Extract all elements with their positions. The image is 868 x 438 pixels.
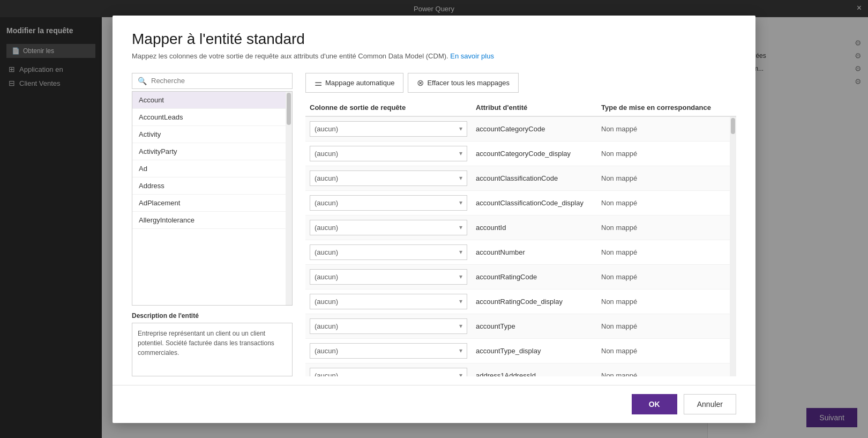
mapping-row: (aucun) ▾ address1AddressId Non mappé xyxy=(305,363,736,376)
mapping-select-10[interactable]: (aucun) ▾ xyxy=(310,368,467,376)
mapping-select-8[interactable]: (aucun) ▾ xyxy=(310,318,467,334)
select-value: (aucun) xyxy=(315,150,338,158)
modal-title: Mapper à l'entité standard xyxy=(132,31,736,48)
select-value: (aucun) xyxy=(315,322,338,330)
attr-1: accountCategoryCode_display xyxy=(472,150,597,158)
type-4: Non mappé xyxy=(597,224,736,232)
type-7: Non mappé xyxy=(597,298,736,306)
cancel-button[interactable]: Annuler xyxy=(684,394,736,414)
attr-0: accountCategoryCode xyxy=(472,125,597,133)
list-scrollbar[interactable] xyxy=(286,92,292,305)
select-value: (aucun) xyxy=(315,199,338,207)
search-box[interactable]: 🔍 xyxy=(132,73,293,89)
mapping-toolbar: ⚌ Mappage automatique ⊗ Effacer tous les… xyxy=(305,73,736,93)
modal-body: 🔍 Account AccountLeads Activity Activity… xyxy=(113,64,755,385)
type-2: Non mappé xyxy=(597,174,736,182)
select-value: (aucun) xyxy=(315,224,338,232)
entity-item-ad[interactable]: Ad xyxy=(132,160,292,177)
mapping-select-1[interactable]: (aucun) ▾ xyxy=(310,146,467,161)
list-panel: 🔍 Account AccountLeads Activity Activity… xyxy=(132,73,293,376)
mapping-row: (aucun) ▾ accountId Non mappé xyxy=(305,216,736,240)
mapping-select-4[interactable]: (aucun) ▾ xyxy=(310,220,467,235)
auto-map-button[interactable]: ⚌ Mappage automatique xyxy=(305,73,403,93)
mapping-row: (aucun) ▾ accountRatingCode Non mappé xyxy=(305,265,736,289)
entity-item-activity[interactable]: Activity xyxy=(132,126,292,143)
modal-footer: OK Annuler xyxy=(113,385,755,423)
modal-overlay: Mapper à l'entité standard Mappez les co… xyxy=(0,0,868,438)
mapping-row: (aucun) ▾ accountRatingCode_display Non … xyxy=(305,289,736,314)
clear-icon: ⊗ xyxy=(417,78,424,88)
attr-8: accountType xyxy=(472,322,597,330)
auto-map-label: Mappage automatique xyxy=(325,79,394,87)
mapping-rows-container: (aucun) ▾ accountCategoryCode Non mappé … xyxy=(305,117,736,376)
entity-item-activityparty[interactable]: ActivityParty xyxy=(132,143,292,160)
entity-description-section: Description de l'entité Entreprise repré… xyxy=(132,312,293,376)
select-value: (aucun) xyxy=(315,248,338,256)
mapping-select-6[interactable]: (aucun) ▾ xyxy=(310,269,467,285)
mapping-row: (aucun) ▾ accountClassificationCode Non … xyxy=(305,166,736,191)
modal-subtitle: Mappez les colonnes de votre sortie de r… xyxy=(132,52,736,60)
select-value: (aucun) xyxy=(315,273,338,281)
col-header-type: Type de mise en correspondance xyxy=(597,103,736,112)
ok-button[interactable]: OK xyxy=(632,394,677,414)
type-5: Non mappé xyxy=(597,248,736,256)
type-0: Non mappé xyxy=(597,125,736,133)
list-scrollbar-thumb xyxy=(287,93,291,125)
entity-desc-label: Description de l'entité xyxy=(132,312,293,320)
mapping-select-5[interactable]: (aucun) ▾ xyxy=(310,244,467,260)
type-3: Non mappé xyxy=(597,199,736,207)
entity-desc-text: Entreprise représentant un client ou un … xyxy=(132,323,293,376)
entity-item-account[interactable]: Account xyxy=(132,92,292,109)
attr-7: accountRatingCode_display xyxy=(472,298,597,306)
entity-item-allergyintolerance[interactable]: AllergyIntolerance xyxy=(132,212,292,229)
mapping-scrollbar-thumb xyxy=(731,118,735,134)
chevron-down-icon: ▾ xyxy=(459,248,462,256)
entity-item-accountleads[interactable]: AccountLeads xyxy=(132,109,292,126)
attr-5: accountNumber xyxy=(472,248,597,256)
clear-all-button[interactable]: ⊗ Effacer tous les mappages xyxy=(408,73,519,93)
chevron-down-icon: ▾ xyxy=(459,174,462,182)
attr-6: accountRatingCode xyxy=(472,273,597,281)
chevron-down-icon: ▾ xyxy=(459,150,462,157)
entity-item-adplacement[interactable]: AdPlacement xyxy=(132,195,292,212)
chevron-down-icon: ▾ xyxy=(459,273,462,280)
type-10: Non mappé xyxy=(597,372,736,376)
subtitle-text: Mappez les colonnes de votre sortie de r… xyxy=(132,52,450,60)
mapping-scrollbar[interactable] xyxy=(730,117,736,376)
select-value: (aucun) xyxy=(315,298,338,306)
entity-item-address[interactable]: Address xyxy=(132,177,292,195)
search-icon: 🔍 xyxy=(138,77,147,85)
mapping-table-header: Colonne de sortie de requête Attribut d'… xyxy=(305,99,736,117)
mapping-row: (aucun) ▾ accountNumber Non mappé xyxy=(305,240,736,265)
chevron-down-icon: ▾ xyxy=(459,347,462,354)
mapping-select-0[interactable]: (aucun) ▾ xyxy=(310,121,467,137)
mapping-select-3[interactable]: (aucun) ▾ xyxy=(310,195,467,211)
attr-2: accountClassificationCode xyxy=(472,174,597,182)
chevron-down-icon: ▾ xyxy=(459,322,462,330)
attr-9: accountType_display xyxy=(472,347,597,355)
mapping-panel: ⚌ Mappage automatique ⊗ Effacer tous les… xyxy=(305,73,736,376)
mapping-row: (aucun) ▾ accountCategoryCode_display No… xyxy=(305,142,736,166)
attr-10: address1AddressId xyxy=(472,372,597,376)
type-9: Non mappé xyxy=(597,347,736,355)
mapping-select-7[interactable]: (aucun) ▾ xyxy=(310,294,467,309)
select-value: (aucun) xyxy=(315,372,338,376)
mapping-row: (aucun) ▾ accountClassificationCode_disp… xyxy=(305,191,736,216)
search-input[interactable] xyxy=(151,77,287,85)
attr-4: accountId xyxy=(472,224,597,232)
mapping-row: (aucun) ▾ accountCategoryCode Non mappé xyxy=(305,117,736,142)
automap-icon: ⚌ xyxy=(315,78,322,88)
type-6: Non mappé xyxy=(597,273,736,281)
chevron-down-icon: ▾ xyxy=(459,224,462,231)
select-value: (aucun) xyxy=(315,125,338,133)
mapping-select-2[interactable]: (aucun) ▾ xyxy=(310,170,467,186)
select-value: (aucun) xyxy=(315,347,338,355)
chevron-down-icon: ▾ xyxy=(459,298,462,305)
attr-3: accountClassificationCode_display xyxy=(472,199,597,207)
clear-all-label: Effacer tous les mappages xyxy=(427,79,510,87)
chevron-down-icon: ▾ xyxy=(459,199,462,206)
learn-more-link[interactable]: En savoir plus xyxy=(450,52,494,60)
chevron-down-icon: ▾ xyxy=(459,125,462,132)
mapping-select-9[interactable]: (aucun) ▾ xyxy=(310,343,467,359)
col-header-source: Colonne de sortie de requête xyxy=(305,103,472,112)
